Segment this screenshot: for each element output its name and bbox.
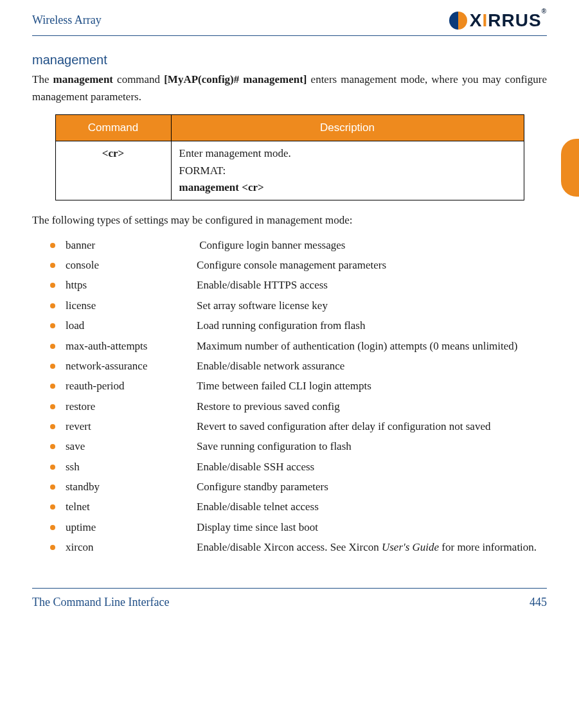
setting-term: network-assurance [66,358,197,375]
setting-def: Enable/disable telnet access [197,501,319,513]
table-header-row: Command Description [55,115,524,141]
list-item: licenseSet array software license key [50,297,547,314]
desc-line-3: management <cr> [179,181,264,193]
setting-term: reauth-period [66,378,197,395]
footer-page-number: 445 [530,594,547,612]
registered-mark: ® [542,8,547,15]
setting-term: uptime [66,519,197,536]
setting-def: Revert to saved configuration after dela… [197,420,490,432]
list-item: httpsEnable/disable HTTPS access [50,277,547,294]
setting-def: Enable/disable HTTPS access [197,279,328,291]
setting-term: standby [66,479,197,495]
list-item: uptimeDisplay time since last boot [50,519,547,536]
page-footer: The Command Line Interface 445 [32,588,547,612]
setting-def: Configure console management parameters [197,259,386,271]
list-item: telnetEnable/disable telnet access [50,499,547,515]
setting-def: Enable/disable network assurance [197,360,344,372]
brand-logo: XIRRUS® [449,6,547,34]
setting-term: xircon [66,539,197,556]
list-item: loadLoad running configuration from flas… [50,317,547,334]
intro-text-1: The [32,73,53,85]
desc-line-2: FORMAT: [179,163,516,179]
setting-def: Enable/disable Xircon access. See Xircon [197,541,382,553]
intro-bold-1: management [53,73,113,85]
list-item: xirconEnable/disable Xircon access. See … [50,539,547,556]
setting-def-italic: User's Guide [382,541,439,553]
setting-term: load [66,317,197,334]
brand-name: XIRRUS® [470,6,547,34]
list-item: reauth-periodTime between failed CLI log… [50,378,547,395]
table-header-description: Description [171,115,524,141]
setting-def: Set array software license key [197,299,328,312]
table-row: <cr> Enter management mode. FORMAT: mana… [55,141,524,200]
list-item: saveSave running configuration to flash [50,438,547,455]
command-table: Command Description <cr> Enter managemen… [55,114,524,200]
setting-def: Save running configuration to flash [197,440,352,452]
setting-term: license [66,297,197,314]
setting-term: max-auth-attempts [66,338,197,355]
setting-term: save [66,438,197,455]
settings-lead: The following types of settings may be c… [32,212,547,229]
desc-line-1: Enter management mode. [179,145,516,162]
logo-icon [449,12,467,30]
running-header-title: Wireless Array [32,12,102,30]
setting-term: revert [66,418,197,435]
setting-def: Time between failed CLI login attempts [197,380,371,392]
list-item: sshEnable/disable SSH access [50,459,547,475]
table-cell-command: <cr> [55,141,171,200]
setting-term: banner [66,237,197,254]
list-item: banner Configure login banner messages [50,237,547,254]
footer-left: The Command Line Interface [32,594,169,612]
list-item: network-assuranceEnable/disable network … [50,358,547,375]
setting-term: console [66,257,197,274]
table-header-command: Command [55,115,171,141]
setting-def: Configure standby parameters [197,481,328,493]
intro-paragraph: The management command [MyAP(config)# ma… [32,71,547,105]
setting-def: Restore to previous saved config [197,400,340,413]
settings-list: banner Configure login banner messagesco… [32,237,547,556]
page: Wireless Array XIRRUS® management The ma… [0,0,579,625]
setting-term: telnet [66,499,197,515]
setting-term: restore [66,398,197,415]
setting-term: https [66,277,197,294]
running-header: Wireless Array XIRRUS® [32,6,547,36]
setting-def: Enable/disable SSH access [197,461,314,473]
setting-term: ssh [66,459,197,475]
list-item: consoleConfigure console management para… [50,257,547,274]
list-item: restoreRestore to previous saved config [50,398,547,415]
setting-def: Display time since last boot [197,521,318,533]
list-item: standbyConfigure standby parameters [50,479,547,495]
table-cell-description: Enter management mode. FORMAT: managemen… [171,141,524,200]
list-item: max-auth-attemptsMaximum number of authe… [50,338,547,355]
setting-def: Configure login banner messages [197,239,345,251]
setting-def: for more information. [439,541,537,553]
side-tab [561,139,579,197]
list-item: revertRevert to saved configuration afte… [50,418,547,435]
setting-def: Maximum number of authentication (login)… [197,340,518,352]
setting-def: Load running configuration from flash [197,319,366,332]
section-heading: management [32,50,547,70]
intro-bold-2: [MyAP(config)# management] [164,73,307,85]
intro-text-2: command [113,73,164,85]
